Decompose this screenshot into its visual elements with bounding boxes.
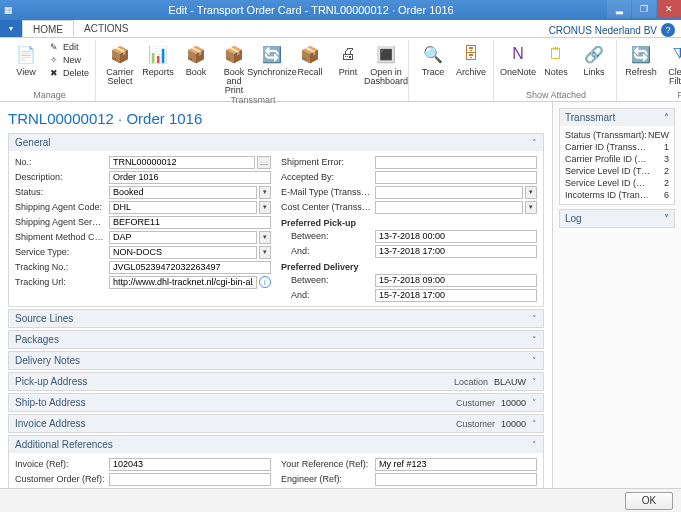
- email-type-dropdown[interactable]: ▾: [525, 186, 537, 199]
- section-additional-refs-header[interactable]: Additional References˄: [9, 436, 543, 453]
- lbl-ship-method: Shipment Method Code:: [15, 232, 105, 242]
- input-description[interactable]: [109, 171, 271, 184]
- breadcrumb[interactable]: CRONUS Nederland BV ?: [543, 20, 681, 37]
- section-shipto-address[interactable]: Ship-to AddressCustomer10000˅: [8, 393, 544, 412]
- lbl-pref-delivery: Preferred Delivery: [281, 262, 537, 272]
- input-engineer-ref[interactable]: [375, 473, 537, 486]
- input-tracking-url[interactable]: [109, 276, 257, 289]
- breadcrumb-text: CRONUS Nederland BV: [549, 25, 657, 36]
- input-shipment-error[interactable]: [375, 156, 537, 169]
- input-ship-agent[interactable]: [109, 201, 257, 214]
- lbl-cust-order-ref: Customer Order (Ref):: [15, 474, 105, 484]
- ribbon-group-manage: Manage: [8, 90, 91, 101]
- input-cust-order-ref[interactable]: [109, 473, 271, 486]
- archive-icon: 🗄: [459, 42, 483, 66]
- input-accepted-by[interactable]: [375, 171, 537, 184]
- ribbon-new[interactable]: ✧New: [46, 54, 91, 66]
- refresh-icon: 🔄: [629, 42, 653, 66]
- ribbon-carrier-select[interactable]: 📦Carrier Select: [102, 40, 138, 86]
- ribbon: 📄 View ✎Edit ✧New ✖Delete Manage 📦Carrie…: [0, 38, 681, 102]
- app-menu-button[interactable]: ▾: [0, 20, 22, 37]
- window-close[interactable]: ✕: [657, 0, 681, 18]
- window-maximize[interactable]: ❐: [632, 0, 656, 18]
- input-tracking-no[interactable]: [109, 261, 271, 274]
- input-service-type[interactable]: [109, 246, 257, 259]
- ok-button[interactable]: OK: [625, 492, 673, 510]
- links-icon: 🔗: [582, 42, 606, 66]
- print-icon: 🖨: [336, 42, 360, 66]
- lbl-ship-agent-svc: Shipping Agent Service Code:: [15, 217, 105, 227]
- input-del-and[interactable]: [375, 289, 537, 302]
- factbox-row: Service Level ID (Time):2: [565, 165, 669, 177]
- factbox-row: Incoterms ID (Transs.):6: [565, 189, 669, 201]
- chevron-up-icon: ˄: [532, 138, 537, 148]
- ribbon-onenote[interactable]: NOneNote: [500, 40, 536, 77]
- ribbon-links[interactable]: 🔗Links: [576, 40, 612, 77]
- lbl-service-type: Service Type:: [15, 247, 105, 257]
- recall-icon: 📦: [298, 42, 322, 66]
- dashboard-icon: 🔳: [374, 42, 398, 66]
- ribbon-group-page: Page: [623, 90, 681, 101]
- section-general: General˄ No.:… Description: Status:▾ Shi…: [8, 133, 544, 307]
- ship-method-dropdown[interactable]: ▾: [259, 231, 271, 244]
- section-pickup-address[interactable]: Pick-up AddressLocationBLAUW˅: [8, 372, 544, 391]
- ribbon-book[interactable]: 📦Book: [178, 40, 214, 77]
- tab-actions[interactable]: ACTIONS: [74, 20, 139, 37]
- input-your-ref[interactable]: [375, 458, 537, 471]
- ribbon-reports[interactable]: 📊Reports: [140, 40, 176, 77]
- input-invoice-ref[interactable]: [109, 458, 271, 471]
- section-general-header[interactable]: General˄: [9, 134, 543, 151]
- section-source-lines[interactable]: Source Lines˅: [8, 309, 544, 328]
- input-pu-and[interactable]: [375, 245, 537, 258]
- info-icon[interactable]: i: [259, 276, 271, 288]
- chevron-down-icon: ˅: [532, 335, 537, 345]
- section-packages[interactable]: Packages˅: [8, 330, 544, 349]
- lbl-description: Description:: [15, 172, 105, 182]
- ribbon-archive[interactable]: 🗄Archive: [453, 40, 489, 77]
- window-minimize[interactable]: ▂: [607, 0, 631, 18]
- lbl-ship-agent: Shipping Agent Code:: [15, 202, 105, 212]
- tab-home[interactable]: HOME: [22, 20, 74, 37]
- status-dropdown[interactable]: ▾: [259, 186, 271, 199]
- ribbon-edit[interactable]: ✎Edit: [46, 41, 91, 53]
- ribbon-refresh[interactable]: 🔄Refresh: [623, 40, 659, 77]
- lbl-tracking-url: Tracking Url:: [15, 277, 105, 287]
- ribbon-view[interactable]: 📄 View: [8, 40, 44, 77]
- trace-icon: 🔍: [421, 42, 445, 66]
- footer: OK: [0, 488, 681, 512]
- ribbon-recall[interactable]: 📦Recall: [292, 40, 328, 77]
- input-ship-agent-svc[interactable]: [109, 216, 271, 229]
- section-invoice-address[interactable]: Invoice AddressCustomer10000˅: [8, 414, 544, 433]
- input-status[interactable]: [109, 186, 257, 199]
- input-customer-ref[interactable]: [375, 488, 537, 489]
- service-type-dropdown[interactable]: ▾: [259, 246, 271, 259]
- cost-center-dropdown[interactable]: ▾: [525, 201, 537, 214]
- ribbon-group-attached: Show Attached: [500, 90, 612, 101]
- factbox-row: Carrier ID (Transsmart):1: [565, 141, 669, 153]
- ribbon-delete[interactable]: ✖Delete: [46, 67, 91, 79]
- lookup-no[interactable]: …: [257, 156, 271, 169]
- lbl-no: No.:: [15, 157, 105, 167]
- window-titlebar: ▦ Edit - Transport Order Card - TRNL0000…: [0, 0, 681, 20]
- help-icon[interactable]: ?: [661, 23, 675, 37]
- ship-agent-dropdown[interactable]: ▾: [259, 201, 271, 214]
- input-ship-method[interactable]: [109, 231, 257, 244]
- input-del-between[interactable]: [375, 274, 537, 287]
- lbl-pu-and: And:: [281, 246, 371, 256]
- section-delivery-notes[interactable]: Delivery Notes˅: [8, 351, 544, 370]
- ribbon-open-dashboard[interactable]: 🔳Open in Dashboard: [368, 40, 404, 86]
- chevron-down-icon: ˅: [532, 356, 537, 366]
- input-no[interactable]: [109, 156, 255, 169]
- ribbon-print[interactable]: 🖨Print: [330, 40, 366, 77]
- ribbon-notes[interactable]: 🗒Notes: [538, 40, 574, 77]
- factbox-transsmart-header[interactable]: Transsmart˄: [560, 109, 674, 126]
- ribbon-clear-filter[interactable]: ⧩Clear Filter: [661, 40, 681, 86]
- lbl-accepted-by: Accepted By:: [281, 172, 371, 182]
- ribbon-trace[interactable]: 🔍Trace: [415, 40, 451, 77]
- input-pu-between[interactable]: [375, 230, 537, 243]
- input-email-type[interactable]: [375, 186, 523, 199]
- input-order-no-ref[interactable]: [109, 488, 271, 489]
- factbox-log-header[interactable]: Log˅: [560, 210, 674, 227]
- input-cost-center[interactable]: [375, 201, 523, 214]
- ribbon-synchronize[interactable]: 🔄Synchronize: [254, 40, 290, 77]
